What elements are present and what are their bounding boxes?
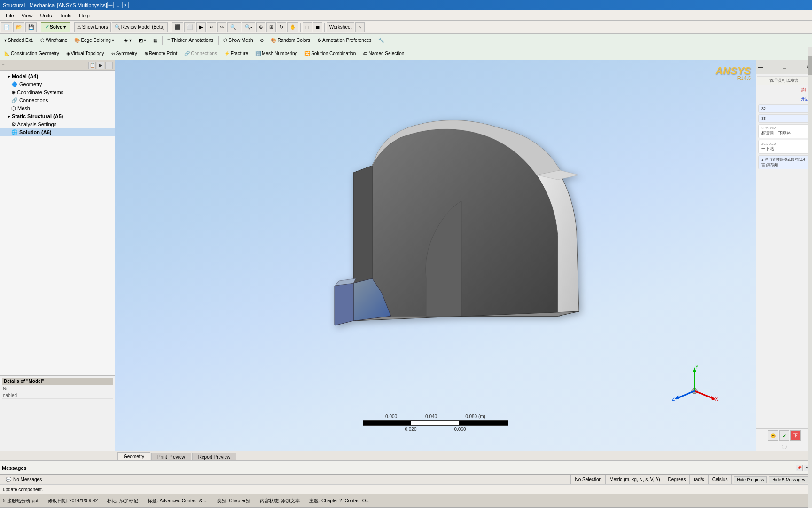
chat-check-btn[interactable]: ✔ (779, 430, 789, 441)
chat-time-2: 20:55:16 (761, 142, 807, 146)
icon-btn-4[interactable]: ↩ (207, 22, 216, 32)
annotation-prefs-button[interactable]: ⚙ Annotation Preferences (314, 35, 375, 46)
random-colors-button[interactable]: 🎨 Random Colors (267, 35, 313, 46)
section-plane-btn[interactable]: ▦ (150, 35, 161, 46)
minimize-button[interactable]: — (107, 2, 114, 8)
icon-btn-5[interactable]: ↪ (217, 22, 226, 32)
solve-button[interactable]: ✔ Solve ▾ (41, 22, 70, 32)
connections-button[interactable]: 🔗 Connections (181, 48, 220, 59)
no-messages-icon: 💬 (6, 477, 11, 482)
wireframe-button[interactable]: ⬡ Wireframe (37, 35, 70, 46)
tree-connections-label: Connections (19, 97, 48, 103)
zoom-box-button[interactable]: ⊞ (266, 22, 276, 32)
tree-mesh-label: Mesh (17, 105, 30, 111)
virtual-topology-button[interactable]: ◈ Virtual Topology (63, 48, 108, 59)
select-mode-button[interactable]: ◻ (303, 22, 312, 32)
graphics-btn[interactable]: ◩ ▾ (135, 35, 150, 46)
tree-item-geometry[interactable]: 🔷 Geometry (0, 80, 115, 88)
thicken-annotations-button[interactable]: ≡ Thicken Annotations (164, 35, 217, 46)
maximize-button[interactable]: □ (115, 2, 121, 8)
icon-btn-1[interactable]: ⬛ (172, 22, 183, 32)
scale-sub-numbers: 0.020 0.060 (363, 427, 508, 432)
status-selection: No Selection (571, 475, 606, 484)
remote-point-button[interactable]: ⊕ Remote Point (141, 48, 181, 59)
construction-geometry-button[interactable]: 📐 Construction Geometry (1, 48, 62, 59)
zoom-fit-button[interactable]: ⊕ (256, 22, 265, 32)
panel-btn-1[interactable]: 📋 (88, 62, 96, 69)
icon-btn-2[interactable]: ⬜ (184, 22, 195, 32)
chat-disable-label[interactable]: 禁用 (757, 86, 811, 94)
rotate-button[interactable]: ↻ (277, 22, 286, 32)
panel-btn-3[interactable]: + (105, 62, 113, 69)
construction-icon: 📐 (4, 51, 10, 56)
hide-progress-btn[interactable]: Hide Progress (734, 476, 767, 483)
mesh-numbering-button[interactable]: 🔢 Mesh Numbering (252, 48, 301, 59)
menu-units[interactable]: Units (36, 12, 55, 19)
chat-emoji-btn[interactable]: 😊 (768, 430, 778, 441)
tab-print-preview[interactable]: Print Preview (151, 453, 191, 460)
review-model-button[interactable]: 🔍 Review Model (Beta) (112, 22, 168, 32)
panel-btn-2[interactable]: ▶ (97, 62, 104, 69)
explode-button[interactable]: ⊙ (257, 35, 267, 46)
named-selection-button[interactable]: 🏷 Named Selection (359, 48, 407, 59)
zoom-out-button[interactable]: 🔍- (242, 22, 255, 32)
tab-report-preview[interactable]: Report Preview (192, 453, 236, 460)
tab-geometry[interactable]: Geometry (117, 452, 150, 460)
fracture-button[interactable]: ⚡ Fracture (221, 48, 251, 59)
open-button[interactable]: 📂 (13, 22, 24, 32)
remote-point-label: Remote Point (149, 51, 178, 56)
menu-file[interactable]: File (2, 12, 18, 19)
status-units: Metric (m, kg, N, s, V, A) (606, 475, 664, 484)
prop-enabled-value[interactable] (39, 392, 113, 398)
edge-coloring-button[interactable]: 🎨 Edge Coloring ▾ (71, 35, 117, 46)
symmetry-button[interactable]: ⇔ Symmetry (108, 48, 141, 59)
select-all-button[interactable]: ◼ (313, 22, 322, 32)
tree-item-analysis[interactable]: ⚙ Analysis Settings (0, 120, 115, 128)
cursor-button[interactable]: ↖ (355, 22, 365, 32)
status-degrees: Degrees (664, 475, 690, 484)
menu-tools[interactable]: Tools (55, 12, 75, 19)
msgs-pin-btn[interactable]: 📌 (796, 465, 803, 471)
chat-msg-3-text: 想请问一下网格 (761, 130, 807, 136)
chat-header: — □ ✕ (756, 60, 812, 74)
save-button[interactable]: 💾 (25, 22, 37, 32)
zoom-in-button[interactable]: 🔍+ (227, 22, 242, 32)
viewport[interactable]: ANSYS R14.5 (115, 60, 756, 451)
worksheet-button[interactable]: Worksheet (327, 22, 355, 32)
chat-send-btn[interactable]: 下 (790, 430, 801, 441)
prop-ns-value[interactable] (39, 386, 113, 392)
chat-admin-label: 管理员可以发言 (757, 76, 811, 85)
tree-item-model[interactable]: ▸ Model (A4) (0, 72, 115, 80)
tree-item-connections[interactable]: 🔗 Connections (0, 96, 115, 104)
extra-btn[interactable]: 🔧 (375, 35, 387, 46)
chat-open-label[interactable]: 开启 (757, 95, 811, 103)
props-empty (2, 399, 113, 437)
menu-view[interactable]: View (18, 12, 37, 19)
tree-item-static[interactable]: ▸ Static Structural (A5) (0, 112, 115, 120)
no-messages-text: No Messages (13, 477, 42, 482)
hide-messages-btn[interactable]: Hide 5 Messages (769, 476, 808, 483)
status-no-messages: 💬 No Messages (2, 475, 571, 484)
info-tags: 标记: 添加标记 (107, 498, 138, 504)
tree-item-mesh[interactable]: ⬡ Mesh (0, 104, 115, 112)
solution-combination-button[interactable]: 🔀 Solution Combination (301, 48, 359, 59)
show-mesh-button[interactable]: ⬡ Show Mesh (220, 35, 256, 46)
mesh-numbering-icon: 🔢 (255, 51, 261, 56)
selection-info-btn[interactable]: ◈ ▾ (121, 35, 135, 46)
display-mode-btn[interactable]: ▾ Shaded Ext. (1, 35, 37, 46)
icon-btn-3[interactable]: ▶ (196, 22, 206, 32)
thicken-icon: ≡ (167, 38, 170, 43)
remote-point-icon: ⊕ (144, 51, 148, 56)
chat-msg-3: 20:53:02 想请问一下网格 (758, 124, 810, 138)
solve-dropdown-icon[interactable]: ▾ (63, 24, 66, 30)
new-button[interactable]: 📄 (1, 22, 12, 32)
tree-item-solution[interactable]: 🌐 Solution (A6) (0, 128, 115, 136)
pan-button[interactable]: ✋ (287, 22, 298, 32)
menu-help[interactable]: Help (75, 12, 94, 19)
window-min-icon[interactable]: — (758, 64, 763, 70)
tree-item-coord[interactable]: ⊕ Coordinate Systems (0, 88, 115, 96)
show-errors-button[interactable]: ⚠ Show Errors (74, 22, 111, 32)
window-max-icon[interactable]: □ (783, 64, 786, 70)
chat-messages: 管理员可以发言 禁用 开启 32 35 20:53:02 想请问一下网格 20:… (756, 74, 812, 428)
close-button[interactable]: ✕ (122, 2, 129, 8)
